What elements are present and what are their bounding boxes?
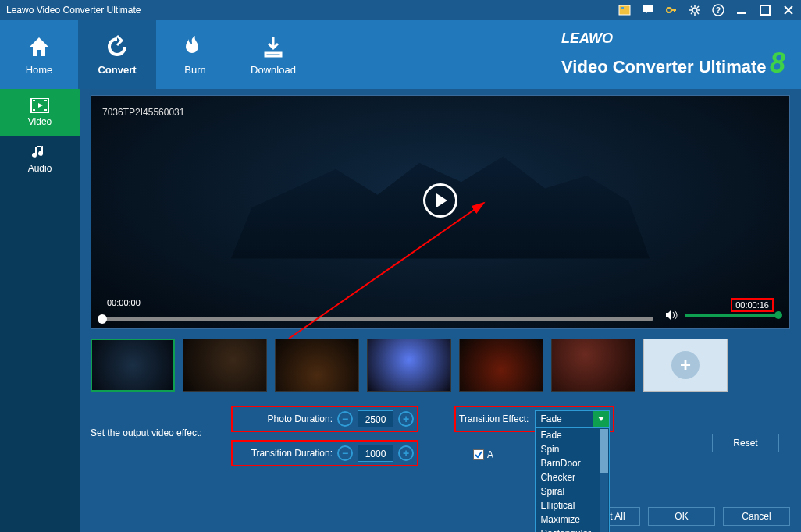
photo-duration-label: Photo Duration: bbox=[236, 413, 333, 424]
thumbnail-1[interactable] bbox=[91, 339, 175, 392]
home-icon bbox=[27, 34, 52, 59]
dropdown-selected: Fade bbox=[540, 413, 561, 424]
dropdown-option[interactable]: Spin bbox=[536, 442, 609, 456]
nav-convert-label: Convert bbox=[98, 64, 136, 76]
cancel-button[interactable]: Cancel bbox=[723, 507, 790, 526]
key-icon[interactable] bbox=[665, 4, 678, 16]
transition-duration-decrement[interactable]: − bbox=[337, 445, 353, 461]
thumbnail-4[interactable] bbox=[367, 339, 451, 392]
dropdown-option[interactable]: Rectangular bbox=[536, 527, 609, 532]
sidebar-item-video[interactable]: Video bbox=[0, 89, 80, 136]
chevron-down-icon bbox=[593, 411, 609, 427]
add-thumbnail-button[interactable]: + bbox=[643, 339, 728, 392]
preview-id: 7036TP2I45560031 bbox=[102, 107, 184, 118]
dropdown-scrollbar[interactable] bbox=[600, 429, 608, 532]
photo-duration-value[interactable]: 2500 bbox=[358, 410, 393, 427]
dropdown-list: Fade Spin BarnDoor Checker Spiral Ellipt… bbox=[535, 427, 610, 532]
convert-icon bbox=[105, 34, 130, 59]
dropdown-option[interactable]: Elliptical bbox=[536, 498, 609, 512]
video-icon bbox=[30, 98, 49, 113]
nav-home-label: Home bbox=[26, 64, 53, 76]
time-current: 00:00:00 bbox=[107, 298, 141, 312]
brand-leawo: LEAWO bbox=[561, 30, 613, 46]
help-icon[interactable]: ? bbox=[712, 4, 724, 16]
nav-download-label: Download bbox=[251, 64, 296, 76]
titlebar-actions: ? bbox=[618, 4, 795, 16]
top-nav: Home Convert Burn Download LEAWO Video C… bbox=[0, 20, 801, 89]
thumbnail-6[interactable] bbox=[551, 339, 635, 392]
svg-rect-0 bbox=[619, 5, 630, 15]
transition-duration-label: Transition Duration: bbox=[236, 448, 333, 459]
bottom-bar: Reset All OK Cancel bbox=[91, 498, 790, 526]
gear-icon[interactable] bbox=[689, 4, 701, 16]
content: 7036TP2I45560031 00:00:00 00:00:16 bbox=[80, 89, 801, 532]
transition-effect-area: Transition Effect: Fade Fade Spin BarnDo… bbox=[454, 406, 614, 432]
thumbnail-5[interactable] bbox=[459, 339, 543, 392]
transition-duration-row: Transition Duration: − 1000 + bbox=[231, 440, 418, 466]
maximize-icon[interactable] bbox=[759, 4, 771, 16]
titlebar-title: Leawo Video Converter Ultimate bbox=[6, 5, 618, 16]
brand: LEAWO Video Converter Ultimate 8 bbox=[312, 20, 801, 89]
dropdown-option[interactable]: BarnDoor bbox=[536, 456, 609, 470]
dropdown-option[interactable]: Checker bbox=[536, 470, 609, 484]
close-icon[interactable] bbox=[782, 4, 795, 16]
thumbnail-3[interactable] bbox=[275, 339, 359, 392]
photo-duration-row: Photo Duration: − 2500 + bbox=[231, 406, 418, 432]
svg-rect-11 bbox=[44, 100, 47, 101]
minimize-icon[interactable] bbox=[735, 4, 748, 16]
nav-convert[interactable]: Convert bbox=[78, 20, 156, 89]
comment-icon[interactable] bbox=[642, 4, 654, 16]
volume-bar[interactable] bbox=[685, 314, 778, 317]
transition-effect-label: Transition Effect: bbox=[459, 410, 529, 424]
seek-bar[interactable] bbox=[102, 317, 653, 321]
sidebar-item-audio[interactable]: Audio bbox=[0, 136, 80, 183]
thumbnail-2[interactable] bbox=[183, 339, 267, 392]
nav-burn-label: Burn bbox=[184, 64, 205, 76]
nav-download[interactable]: Download bbox=[234, 20, 312, 89]
svg-rect-1 bbox=[621, 7, 624, 9]
ok-button[interactable]: OK bbox=[648, 507, 715, 526]
settings-label: Set the output video effect: bbox=[91, 406, 219, 438]
svg-rect-10 bbox=[33, 109, 35, 111]
dropdown-option[interactable]: Maximize bbox=[536, 512, 609, 527]
sidebar-audio-label: Audio bbox=[28, 163, 52, 174]
titlebar: Leawo Video Converter Ultimate ? bbox=[0, 0, 801, 20]
svg-rect-12 bbox=[44, 109, 47, 111]
transition-effect-dropdown[interactable]: Fade Fade Spin BarnDoor Checker Spiral E… bbox=[535, 410, 610, 427]
photo-duration-increment[interactable]: + bbox=[398, 411, 414, 427]
nav-home[interactable]: Home bbox=[0, 20, 78, 89]
gallery-icon[interactable] bbox=[618, 4, 631, 16]
brand-version: 8 bbox=[770, 47, 785, 79]
apply-checkbox[interactable] bbox=[473, 449, 484, 460]
transition-duration-value[interactable]: 1000 bbox=[358, 445, 393, 462]
nav-burn[interactable]: Burn bbox=[156, 20, 234, 89]
dropdown-option[interactable]: Spiral bbox=[536, 484, 609, 498]
sidebar: Video Audio bbox=[0, 89, 80, 532]
thumbnail-strip: + bbox=[91, 339, 790, 392]
settings-panel: Set the output video effect: Photo Durat… bbox=[91, 406, 790, 466]
volume-handle[interactable] bbox=[774, 311, 782, 319]
play-icon bbox=[436, 193, 447, 207]
reset-button[interactable]: Reset bbox=[712, 434, 779, 452]
check-icon bbox=[475, 451, 482, 459]
play-button[interactable] bbox=[423, 183, 457, 218]
svg-rect-9 bbox=[33, 100, 35, 101]
sidebar-video-label: Video bbox=[28, 116, 52, 127]
download-icon bbox=[261, 34, 286, 59]
video-preview: 7036TP2I45560031 00:00:00 00:00:16 bbox=[91, 95, 790, 329]
seek-handle[interactable] bbox=[98, 314, 107, 324]
apply-checkbox-area: A bbox=[473, 449, 493, 460]
svg-point-3 bbox=[692, 8, 697, 12]
brand-main: Video Converter Ultimate bbox=[561, 57, 766, 76]
volume-icon[interactable] bbox=[664, 308, 678, 322]
photo-duration-decrement[interactable]: − bbox=[337, 411, 353, 427]
svg-rect-6 bbox=[737, 12, 746, 14]
svg-text:?: ? bbox=[716, 6, 721, 15]
apply-label: A bbox=[487, 449, 493, 460]
transition-duration-increment[interactable]: + bbox=[398, 445, 414, 461]
dropdown-option[interactable]: Fade bbox=[536, 428, 609, 442]
plus-icon: + bbox=[671, 351, 700, 379]
audio-icon bbox=[30, 144, 49, 160]
burn-icon bbox=[183, 34, 208, 59]
svg-rect-7 bbox=[760, 5, 770, 15]
